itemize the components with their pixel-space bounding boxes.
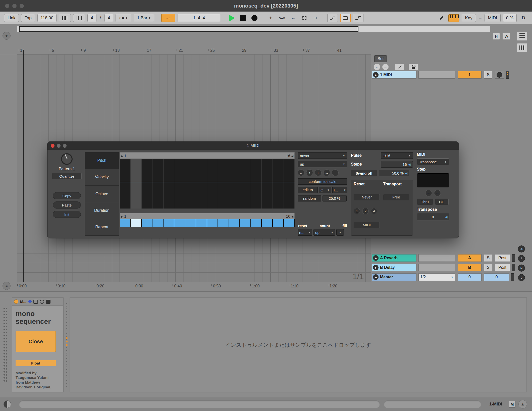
tab-duration[interactable]: Duration [85, 202, 119, 219]
conform-to-scale-button[interactable]: conform to scale [298, 178, 347, 185]
draw-ramp-tool[interactable] [353, 14, 363, 22]
range-start-handle-icon[interactable]: ▶ [121, 215, 123, 218]
track-row-master[interactable]: ▶ Master 1/2 ▼ 0 0 [372, 273, 514, 281]
track-routing-cell[interactable] [418, 71, 455, 79]
playhead-line[interactable] [23, 50, 24, 282]
pitch-step-grid[interactable] [120, 159, 295, 209]
gate-cell-5[interactable] [164, 219, 175, 227]
midi-map-button[interactable]: MIDI [485, 14, 501, 22]
pitch-cell-4[interactable] [152, 159, 164, 209]
tempo-field[interactable]: 118.00 [37, 14, 57, 22]
track-solo-button[interactable]: S [484, 71, 492, 79]
shift-left-button[interactable]: ← [298, 169, 304, 176]
quantize-menu[interactable]: 1 Bar▼ [134, 14, 154, 22]
edit-note-menu[interactable]: C▼ [319, 187, 331, 193]
back-to-arrangement-button[interactable]: ← [289, 14, 298, 22]
random-amount-field[interactable]: 25.0 % [323, 195, 347, 201]
loop-range-bar[interactable]: ▶ 1 16 ◀ [120, 152, 295, 159]
prev-locator-button[interactable]: ← [374, 64, 380, 70]
device-activator-icon[interactable] [14, 299, 18, 304]
paste-button[interactable]: Paste [53, 201, 81, 209]
arrangement-overview[interactable] [17, 26, 490, 32]
direction-menu[interactable]: up▼ [298, 161, 347, 167]
division-4-button[interactable]: 4 [371, 208, 377, 214]
device-drag-handle[interactable] [3, 307, 8, 382]
computer-midi-keyboard-button[interactable] [448, 14, 459, 22]
range-start-handle-icon[interactable]: ▶ [121, 155, 123, 158]
random-button[interactable]: random [298, 195, 321, 201]
track-name-cell[interactable]: ▶ B Delay [372, 264, 416, 271]
set-locator-button[interactable]: Set [374, 55, 387, 62]
metronome-menu[interactable]: ○●▼ [116, 14, 131, 22]
time-ruler[interactable]: 0:000:100:200:300:400:501:001:101:20 [0, 282, 371, 290]
range-start-value[interactable]: 1 [124, 153, 126, 158]
gate-cell-2[interactable] [131, 219, 142, 227]
map-mode-icon[interactable] [33, 300, 38, 304]
pitch-cell-7[interactable] [185, 159, 196, 209]
pitch-cell-16[interactable] [284, 159, 295, 209]
arrangement-position-field[interactable]: 1. 4. 4 [178, 14, 220, 22]
follow-button[interactable]: →·· [161, 14, 175, 22]
seq-window-titlebar[interactable]: 1-MIDI [47, 142, 459, 150]
record-button[interactable] [250, 14, 259, 22]
gate-cell-1[interactable] [120, 219, 131, 227]
next-locator-button[interactable]: → [382, 64, 389, 70]
track-row-midi[interactable]: ▶ 1 MIDI 1 S [372, 71, 509, 79]
pitch-cell-1[interactable] [120, 159, 131, 209]
gate-cell-13[interactable] [251, 219, 262, 227]
pitch-cell-13[interactable] [251, 159, 262, 209]
mixer-toggle-i-o[interactable]: I-O [518, 245, 525, 252]
steps-field[interactable]: 16◀ [381, 161, 413, 168]
gate-cell-14[interactable] [262, 219, 273, 227]
reset-mode-button[interactable]: Never [354, 194, 380, 200]
step-range-bar[interactable]: ▶ 1 16 ◀ [120, 213, 295, 219]
track-arm-cell[interactable] [495, 71, 504, 79]
pitch-cell-6[interactable] [174, 159, 185, 209]
cue-out-select[interactable]: 1/2 ▼ [418, 273, 455, 281]
pitch-cell-2[interactable] [131, 159, 142, 209]
transport-mode-button[interactable]: Free [383, 194, 409, 200]
mixer-toggle-r[interactable]: R [518, 255, 525, 262]
count-direction-menu[interactable]: up▼ [313, 229, 335, 236]
nudge-down-button[interactable] [59, 14, 71, 22]
back-to-arrangement-icon[interactable]: ▼ [3, 32, 11, 40]
device-titlebar[interactable]: M... ✥ [12, 298, 63, 306]
nudge-up-button[interactable] [73, 14, 85, 22]
io-section-button[interactable] [517, 43, 527, 52]
tab-pitch[interactable]: Pitch [85, 152, 119, 169]
zoom-width-button[interactable]: W [502, 33, 510, 40]
mixer-toggle-d[interactable]: D [518, 274, 525, 281]
transpose-field[interactable]: 0 ◀ [417, 214, 449, 220]
track-send-cell[interactable]: A [458, 254, 482, 262]
gate-cell-9[interactable] [207, 219, 218, 227]
pitch-cell-11[interactable] [229, 159, 240, 209]
thru-button[interactable]: Thru [417, 199, 433, 205]
loop-switch-button[interactable]: ○ [311, 14, 320, 22]
mixer-toggle-m[interactable]: M [518, 265, 525, 272]
copy-button[interactable]: Copy [53, 192, 81, 199]
refresh-icon[interactable] [40, 300, 44, 304]
midi-mode-menu[interactable]: Transpose▼ [417, 159, 449, 165]
stop-button[interactable] [239, 14, 248, 22]
range-end-value[interactable]: 16 [286, 153, 290, 158]
division-1-button[interactable]: 1 [354, 208, 360, 214]
tap-tempo-button[interactable]: Tap [21, 14, 35, 22]
pitch-cell-8[interactable] [196, 159, 207, 209]
init-button[interactable]: Init [53, 211, 81, 218]
gate-cell-15[interactable] [273, 219, 284, 227]
clear-button[interactable]: − [332, 169, 339, 176]
track-row-return-a[interactable]: ▶ A Reverb A S Post [372, 254, 515, 262]
division-2-button[interactable]: 2 [362, 208, 369, 214]
track-name-cell[interactable]: ▶ Master [372, 273, 416, 281]
tab-repeat[interactable]: Repeat [85, 219, 119, 236]
mixer-menu-button[interactable] [517, 32, 527, 41]
play-button[interactable] [227, 14, 236, 22]
track-solo-button[interactable]: S [484, 254, 492, 262]
quantize-button[interactable]: Quantize [52, 173, 82, 179]
draw-curve-tool[interactable] [327, 14, 338, 22]
edit-scale-menu[interactable]: i...▼ [332, 187, 347, 193]
gate-cell-7[interactable] [185, 219, 196, 227]
overview-zoom-window[interactable] [19, 26, 358, 32]
track-send-cell[interactable]: B [458, 264, 482, 271]
gate-cell-3[interactable] [142, 219, 153, 227]
